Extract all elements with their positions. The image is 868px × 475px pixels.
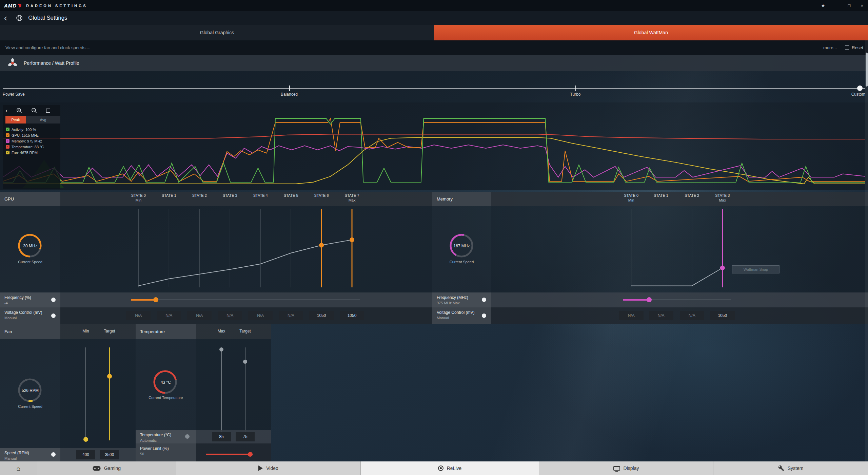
voltage-value-3[interactable]: N/A [218, 311, 242, 320]
fan-min-value[interactable]: 400 [76, 450, 95, 459]
fan-min-slider-track[interactable] [85, 347, 86, 440]
profile-option-power-save[interactable]: Power Save [3, 92, 25, 97]
state-curve-handle[interactable] [319, 243, 324, 248]
drag-tooltip: Wattman Snap [732, 265, 780, 273]
fan-current-speed-value: 526 RPM [0, 388, 60, 393]
gpu-voltage-toggle[interactable] [51, 314, 56, 318]
voltage-value-5[interactable]: N/A [279, 311, 303, 320]
state-curve-handle[interactable] [350, 238, 354, 242]
state-header-7: STATE 7Max [345, 193, 359, 202]
gpu-voltage-mode: Manual [4, 316, 17, 320]
fan-panel-title: Fan [0, 324, 60, 339]
state-curve-handle[interactable] [720, 266, 725, 270]
state-header-3: STATE 3Max [715, 193, 730, 202]
profile-option-balanced[interactable]: Balanced [281, 92, 298, 97]
voltage-value-1[interactable]: N/A [157, 311, 181, 320]
state-header-1: STATE 1 [162, 193, 176, 198]
fan-target-value[interactable]: 3500 [100, 450, 119, 459]
reset-icon[interactable] [845, 45, 849, 50]
gpu-current-speed-label: Current Speed [0, 260, 60, 264]
profile-slider-handle[interactable] [857, 86, 863, 91]
graph-legend-list: ✓Activity: 100 %✓GPU: 1515 MHz✓Memory: 9… [6, 127, 44, 155]
legend-checkbox[interactable]: ✓ [6, 145, 9, 149]
temperature-toggle[interactable] [185, 434, 190, 439]
profile-slider-track[interactable] [3, 88, 865, 89]
temperature-current-label: Current Temperature [136, 396, 196, 400]
minimize-icon[interactable]: – [835, 3, 837, 8]
subheader: View and configure fan and clock speeds.… [0, 40, 868, 55]
close-icon[interactable]: × [861, 3, 863, 8]
fan-target-slider-track[interactable] [109, 347, 110, 440]
tab-global-wattman[interactable]: Global WattMan [434, 25, 868, 40]
titlebar: AMD RADEON SETTINGS ★ – □ × [0, 0, 868, 11]
legend-item: ✓Temperature: 83 °C [6, 144, 44, 150]
voltage-value-6[interactable]: 1050 [309, 311, 334, 320]
nav-label: ReLive [447, 466, 462, 471]
legend-label: Temperature: 83 °C [12, 145, 44, 149]
profile-option-turbo[interactable]: Turbo [570, 92, 581, 97]
graph-back-icon[interactable]: ‹ [5, 107, 7, 114]
memory-voltage-toggle[interactable] [482, 314, 486, 318]
legend-item: ✓GPU: 1515 MHz [6, 132, 44, 138]
memory-frequency-toggle[interactable] [482, 298, 486, 302]
nav-system[interactable]: System [713, 461, 868, 475]
legend-item: ✓Memory: 975 MHz [6, 138, 44, 144]
voltage-value-1[interactable]: N/A [649, 311, 673, 320]
gpu-frequency-toggle[interactable] [51, 298, 56, 302]
state-header-4: STATE 4 [253, 193, 268, 198]
nav-video[interactable]: Video [176, 461, 361, 475]
page-header: ‹ Global Settings [0, 11, 868, 25]
voltage-value-0[interactable]: N/A [126, 311, 151, 320]
memory-frequency-value: 975 MHz Max [437, 301, 460, 305]
gpu-frequency-slider-track[interactable] [131, 300, 360, 300]
tab-avg[interactable]: Avg [26, 116, 60, 124]
nav-label: Video [266, 466, 278, 471]
fan-target-slider-handle[interactable] [107, 374, 112, 379]
voltage-value-2[interactable]: N/A [187, 311, 212, 320]
voltage-value-0[interactable]: N/A [619, 311, 644, 320]
scrollbar-thumb[interactable] [866, 53, 868, 87]
nav-label: System [788, 466, 804, 471]
pin-icon[interactable]: ★ [821, 3, 825, 8]
power-limit-slider-handle[interactable] [248, 452, 253, 457]
power-limit-value: 50 [140, 452, 144, 456]
scrollbar-track[interactable] [865, 40, 868, 461]
maximize-icon[interactable]: □ [848, 3, 851, 8]
gpu-frequency-slider-handle[interactable] [153, 297, 158, 302]
graph-reset-view-icon[interactable] [46, 109, 50, 113]
temperature-max-slider-handle[interactable] [219, 347, 223, 352]
nav-relive[interactable]: ReLive [361, 461, 539, 475]
legend-checkbox[interactable]: ✓ [6, 133, 9, 137]
fan-speed-toggle[interactable] [51, 452, 56, 457]
fan-min-slider-handle[interactable] [83, 437, 88, 442]
more-link[interactable]: more... [823, 45, 837, 50]
temperature-max-slider-track[interactable] [221, 347, 222, 432]
memory-frequency-label: Frequency (MHz) [437, 295, 468, 300]
legend-checkbox[interactable]: ✓ [6, 139, 9, 143]
voltage-value-4[interactable]: N/A [248, 311, 273, 320]
voltage-value-2[interactable]: N/A [680, 311, 704, 320]
nav-display[interactable]: Display [539, 461, 713, 475]
temperature-sliders-cell [196, 339, 271, 430]
reset-button[interactable]: Reset [852, 45, 863, 50]
temperature-target-slider-handle[interactable] [243, 360, 247, 364]
legend-checkbox[interactable]: ✓ [6, 128, 9, 131]
nav-home[interactable]: ⌂ [0, 461, 37, 475]
temperature-target-value[interactable]: 75 [236, 432, 255, 441]
zoom-out-icon[interactable] [31, 108, 37, 114]
temperature-max-value[interactable]: 85 [212, 432, 231, 441]
voltage-value-3[interactable]: 1050 [710, 311, 735, 320]
memory-frequency-slider-handle[interactable] [647, 297, 652, 302]
state-header-0: STATE 0Min [624, 193, 638, 202]
tab-peak[interactable]: Peak [5, 116, 26, 124]
legend-checkbox[interactable]: ✓ [6, 151, 9, 154]
back-button[interactable]: ‹ [4, 12, 7, 24]
profile-option-custom[interactable]: Custom [851, 92, 865, 97]
record-icon [438, 466, 443, 471]
amd-logo: AMD RADEON SETTINGS [4, 3, 87, 8]
zoom-in-icon[interactable] [16, 108, 22, 114]
legend-label: GPU: 1515 MHz [12, 133, 39, 137]
tab-global-graphics[interactable]: Global Graphics [0, 25, 434, 40]
nav-gaming[interactable]: Gaming [37, 461, 176, 475]
voltage-value-7[interactable]: 1050 [340, 311, 364, 320]
